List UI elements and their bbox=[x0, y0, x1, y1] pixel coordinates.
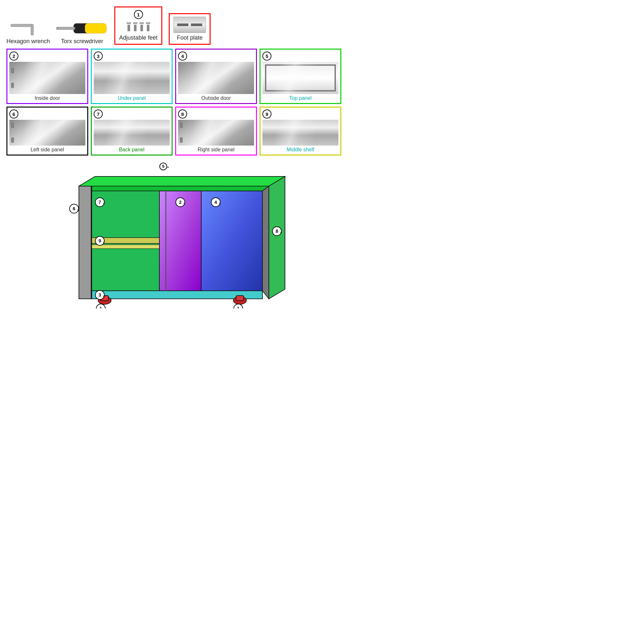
foot-plate-slots bbox=[177, 24, 202, 26]
part-inside-door: 2 Inside door bbox=[6, 49, 88, 104]
svg-text:1: 1 bbox=[99, 306, 102, 308]
svg-text:1: 1 bbox=[237, 306, 240, 308]
bolt-body bbox=[134, 25, 137, 31]
bolt-body bbox=[147, 25, 149, 31]
svg-text:9: 9 bbox=[99, 238, 101, 243]
middle-shelf-label: Middle shelf bbox=[262, 146, 338, 153]
back-panel-num: 7 bbox=[94, 109, 103, 118]
foot-bolt-4 bbox=[146, 22, 150, 31]
foot-bolt-3 bbox=[139, 22, 144, 31]
svg-text:.: . bbox=[103, 238, 104, 243]
foot-bolt-2 bbox=[133, 22, 137, 31]
svg-rect-1 bbox=[31, 24, 33, 35]
inside-door-header: 2 bbox=[9, 52, 85, 61]
under-panel-num: 3 bbox=[94, 52, 103, 61]
adjustable-feet-header: 1 bbox=[134, 10, 143, 19]
inside-door-image bbox=[9, 62, 85, 94]
part-middle-shelf: 9 Middle shelf bbox=[260, 107, 341, 156]
part-back-panel: 7 Back panel bbox=[91, 107, 173, 156]
cabinet-diagram-wrapper: 5. bbox=[53, 162, 295, 307]
outside-door-label: Outside door bbox=[178, 94, 254, 101]
left-side-image bbox=[9, 120, 85, 146]
parts-grid: 2 Inside door 3 Under panel bbox=[6, 49, 341, 156]
svg-text:.: . bbox=[184, 200, 185, 205]
top-panel-num: 5 bbox=[262, 52, 271, 61]
svg-rect-18 bbox=[79, 186, 91, 299]
svg-rect-3 bbox=[85, 23, 107, 33]
svg-marker-6 bbox=[79, 176, 285, 186]
shimmer bbox=[262, 62, 338, 94]
svg-rect-4 bbox=[56, 27, 75, 30]
svg-text:.: . bbox=[219, 200, 220, 205]
shimmer bbox=[262, 120, 338, 146]
top-panel-label: Top panel bbox=[262, 94, 338, 101]
svg-text:.: . bbox=[241, 306, 243, 308]
back-panel-label: Back panel bbox=[94, 146, 170, 153]
right-side-header: 8 bbox=[178, 109, 254, 118]
diagram-section: 5. bbox=[6, 162, 341, 307]
part-left-side-panel: 6 Left side panel bbox=[6, 107, 88, 156]
slot-1 bbox=[177, 24, 188, 26]
shimmer bbox=[178, 62, 254, 94]
under-panel-image bbox=[94, 62, 170, 94]
svg-marker-8 bbox=[269, 176, 285, 299]
bolt-body bbox=[140, 25, 143, 31]
bolt-body bbox=[128, 25, 130, 31]
shimmer bbox=[94, 120, 170, 146]
back-panel-image bbox=[94, 120, 170, 146]
svg-text:2: 2 bbox=[179, 200, 182, 205]
under-panel-header: 3 bbox=[94, 52, 170, 61]
under-panel-label: Under panel bbox=[94, 94, 170, 101]
outside-door-header: 4 bbox=[178, 52, 254, 61]
foot-plate-label: Foot plate bbox=[177, 34, 203, 41]
svg-rect-7 bbox=[79, 186, 269, 191]
bolt-head bbox=[127, 22, 131, 24]
right-side-label: Right side panel bbox=[178, 146, 254, 153]
tool-hexagon-wrench: Hexagon wrench bbox=[6, 17, 50, 45]
top-panel-header: 5 bbox=[262, 52, 338, 61]
svg-text:7: 7 bbox=[99, 200, 101, 205]
foot-plate-image bbox=[174, 17, 206, 33]
svg-text:.: . bbox=[103, 200, 104, 205]
svg-text:8: 8 bbox=[276, 229, 278, 234]
svg-text:3: 3 bbox=[99, 292, 101, 298]
top-section: Hexagon wrench Torx screwdriver 1 bbox=[6, 6, 341, 45]
svg-rect-14 bbox=[92, 245, 166, 249]
svg-text:.: . bbox=[103, 292, 104, 298]
svg-rect-16 bbox=[201, 191, 262, 291]
foot-plate-box: Foot plate bbox=[169, 13, 211, 45]
left-side-num: 6 bbox=[9, 109, 18, 118]
svg-rect-23 bbox=[236, 296, 244, 301]
hexagon-wrench-icon bbox=[9, 17, 48, 36]
torx-screwdriver-icon bbox=[56, 20, 108, 36]
back-panel-header: 7 bbox=[94, 109, 170, 118]
adjustable-feet-num: 1 bbox=[134, 10, 143, 19]
left-side-label: Left side panel bbox=[9, 146, 85, 153]
svg-rect-0 bbox=[11, 24, 33, 27]
inside-door-num: 2 bbox=[9, 52, 18, 61]
middle-shelf-image bbox=[262, 120, 338, 146]
shimmer bbox=[9, 120, 85, 146]
adjustable-feet-image bbox=[127, 21, 150, 33]
right-side-num: 8 bbox=[178, 109, 187, 118]
svg-text:.: . bbox=[77, 206, 79, 211]
part-outside-door: 4 Outside door bbox=[175, 49, 257, 104]
top-panel-image bbox=[262, 62, 338, 94]
adjustable-feet-label: Adjustable feet bbox=[119, 34, 157, 41]
middle-shelf-num: 9 bbox=[262, 109, 271, 118]
outside-door-image bbox=[178, 62, 254, 94]
foot-bolt-1 bbox=[127, 22, 131, 31]
hexagon-wrench-label: Hexagon wrench bbox=[6, 38, 50, 45]
inside-door-label: Inside door bbox=[9, 94, 85, 101]
part-under-panel: 3 Under panel bbox=[91, 49, 173, 104]
svg-text:4: 4 bbox=[214, 200, 217, 205]
adjustable-feet-box: 1 Adjustable bbox=[114, 6, 162, 45]
svg-marker-19 bbox=[262, 186, 269, 299]
shimmer bbox=[94, 62, 170, 94]
slot-2 bbox=[191, 24, 202, 26]
page-container: Hexagon wrench Torx screwdriver 1 bbox=[0, 0, 348, 313]
bolt-head bbox=[133, 22, 137, 24]
svg-text:.: . bbox=[104, 306, 105, 308]
svg-text:.: . bbox=[280, 229, 281, 234]
left-side-header: 6 bbox=[9, 109, 85, 118]
